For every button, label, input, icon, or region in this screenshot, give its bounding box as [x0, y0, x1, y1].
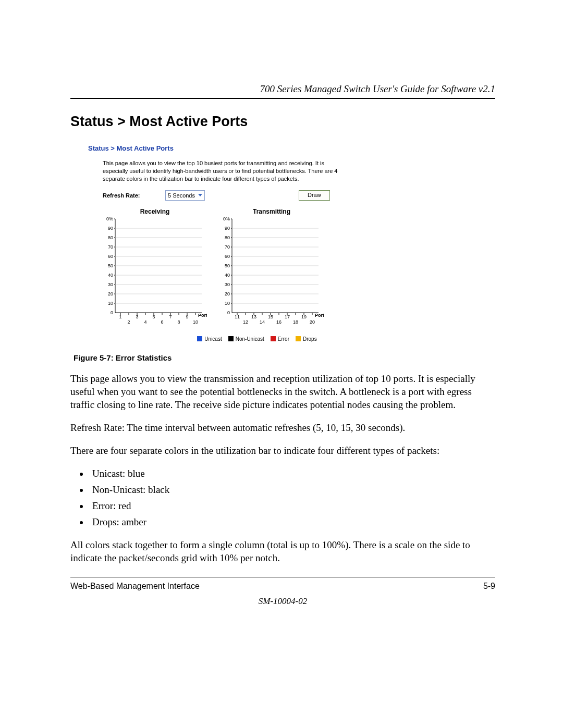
chart-transmitting: Transmitting 0% 90 80 70 60 50 40	[219, 208, 324, 326]
svg-text:19: 19	[301, 314, 307, 319]
draw-button[interactable]: Draw	[299, 190, 330, 201]
list-item: Unicast: blue	[89, 467, 495, 480]
ui-description: This page allows you to view the top 10 …	[103, 159, 342, 183]
svg-text:4: 4	[144, 319, 146, 325]
svg-text:10: 10	[225, 301, 230, 306]
legend-error: Error	[271, 336, 289, 342]
body-paragraph: This page allows you to view the transmi…	[70, 372, 495, 411]
svg-text:2: 2	[127, 319, 130, 325]
body-paragraph: All colors stack together to form a sing…	[70, 538, 495, 564]
svg-text:15: 15	[268, 314, 273, 319]
chevron-down-icon	[198, 194, 202, 196]
footer-left: Web-Based Management Interface	[70, 582, 200, 591]
svg-text:10: 10	[108, 301, 113, 306]
svg-text:18: 18	[293, 319, 298, 325]
legend-unicast: Unicast	[197, 336, 222, 342]
legend-swatch-drops	[296, 336, 301, 341]
legend-drops: Drops	[296, 336, 317, 342]
svg-text:60: 60	[108, 254, 113, 259]
svg-text:40: 40	[225, 273, 230, 278]
section-heading: Status > Most Active Ports	[70, 114, 495, 130]
list-item: Non-Unicast: black	[89, 483, 495, 496]
chart-receiving: Receiving 0% 90 80 70 60	[103, 208, 207, 326]
svg-text:0: 0	[111, 310, 113, 315]
svg-text:50: 50	[225, 263, 230, 268]
breadcrumb: Status > Most Active Ports	[88, 144, 411, 152]
svg-text:90: 90	[225, 226, 230, 231]
svg-text:40: 40	[108, 273, 113, 278]
refresh-rate-select[interactable]: 5 Seconds	[165, 190, 205, 201]
svg-text:7: 7	[169, 314, 172, 319]
ui-panel: Status > Most Active Ports This page all…	[88, 144, 411, 342]
footer-code: SM-10004-02	[70, 596, 495, 607]
ui-controls: Refresh Rate: 5 Seconds Draw	[103, 190, 411, 201]
svg-text:30: 30	[108, 282, 113, 287]
svg-text:30: 30	[225, 282, 230, 287]
svg-text:1: 1	[119, 314, 121, 319]
svg-text:20: 20	[310, 319, 315, 325]
svg-text:11: 11	[235, 314, 240, 319]
chart-legend: Unicast Non-Unicast Error Drops	[103, 336, 411, 342]
svg-text:20: 20	[225, 291, 230, 297]
page-number: 5-9	[483, 582, 495, 591]
svg-text:20: 20	[108, 291, 113, 297]
legend-swatch-unicast	[197, 336, 202, 341]
svg-text:70: 70	[225, 244, 230, 250]
body-paragraph: Refresh Rate: The time interval between …	[70, 421, 495, 434]
figure-caption: Figure 5-7: Error Statistics	[74, 353, 495, 362]
svg-text:17: 17	[285, 314, 290, 319]
svg-text:80: 80	[225, 235, 230, 240]
svg-text:0%: 0%	[106, 216, 113, 221]
svg-text:Port: Port	[315, 313, 324, 318]
chart-receiving-svg: 0% 90 80 70 60 50 40 30 20 10 0	[103, 216, 207, 326]
legend-swatch-error	[271, 336, 276, 341]
svg-text:16: 16	[276, 319, 282, 325]
svg-text:3: 3	[136, 314, 138, 319]
svg-text:9: 9	[186, 314, 188, 319]
list-item: Error: red	[89, 499, 495, 512]
svg-text:12: 12	[243, 319, 248, 325]
svg-text:14: 14	[260, 319, 265, 325]
bottom-rule	[70, 577, 495, 577]
svg-text:5: 5	[152, 314, 155, 319]
svg-text:0: 0	[227, 310, 230, 315]
chart-title-receiving: Receiving	[103, 208, 207, 215]
body-paragraph: There are four separate colors in the ut…	[70, 444, 495, 457]
top-rule	[70, 98, 495, 99]
svg-text:0%: 0%	[223, 216, 230, 221]
chart-transmitting-svg: 0% 90 80 70 60 50 40 30 20 10 0	[219, 216, 324, 326]
svg-text:13: 13	[251, 314, 256, 319]
legend-non-unicast: Non-Unicast	[228, 336, 264, 342]
chart-title-transmitting: Transmitting	[219, 208, 324, 215]
svg-text:80: 80	[108, 235, 113, 240]
refresh-rate-value: 5 Seconds	[168, 192, 195, 199]
svg-text:70: 70	[108, 244, 113, 250]
legend-swatch-non-unicast	[228, 336, 234, 341]
svg-text:50: 50	[108, 263, 113, 268]
packet-type-list: Unicast: blue Non-Unicast: black Error: …	[70, 467, 495, 528]
refresh-rate-label: Refresh Rate:	[103, 192, 165, 199]
list-item: Drops: amber	[89, 515, 495, 528]
doc-title: 700 Series Managed Switch User's Guide f…	[70, 83, 495, 95]
svg-text:8: 8	[177, 319, 180, 325]
svg-text:90: 90	[108, 226, 113, 231]
svg-text:60: 60	[225, 254, 230, 259]
svg-text:10: 10	[193, 319, 198, 325]
svg-text:6: 6	[161, 319, 163, 325]
svg-text:Port: Port	[198, 313, 207, 318]
